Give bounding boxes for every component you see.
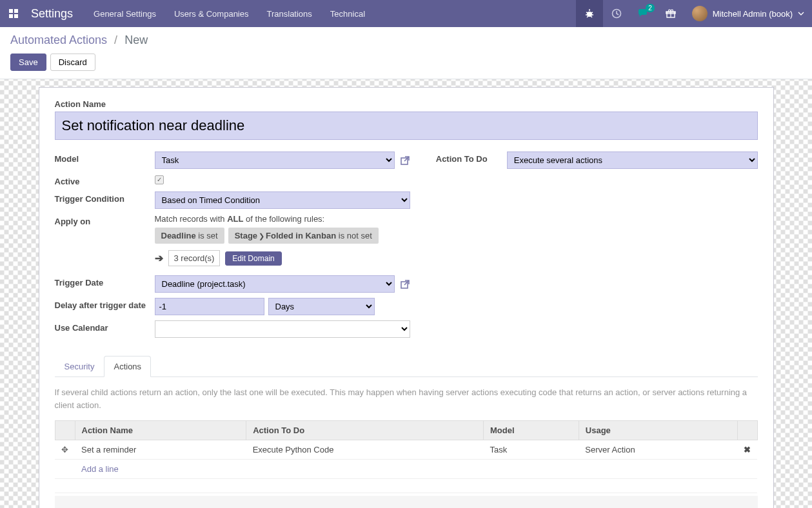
label-trigger-condition: Trigger Condition: [55, 191, 155, 209]
label-model: Model: [55, 151, 155, 169]
action-name-input[interactable]: [55, 112, 758, 140]
col-action-name[interactable]: Action Name: [75, 421, 246, 440]
domain-chip-deadline[interactable]: Deadline is set: [155, 228, 224, 244]
label-use-calendar: Use Calendar: [55, 320, 155, 338]
actions-hint: If several child actions return an actio…: [55, 386, 758, 411]
chevron-down-icon: [798, 12, 804, 15]
label-trigger-date: Trigger Date: [55, 275, 155, 293]
gift-button[interactable]: [657, 0, 684, 27]
svg-rect-2: [9, 14, 13, 18]
svg-rect-3: [14, 14, 18, 18]
messaging-badge: 2: [646, 4, 655, 12]
action-to-do-select[interactable]: Execute several actions: [507, 151, 758, 169]
col-model[interactable]: Model: [484, 421, 579, 440]
label-action-name: Action Name: [55, 99, 758, 109]
breadcrumb: Automated Actions / New: [10, 34, 802, 47]
label-delay-after: Delay after trigger date: [55, 298, 155, 315]
use-calendar-select[interactable]: [155, 320, 410, 338]
svg-rect-0: [9, 9, 13, 13]
breadcrumb-parent[interactable]: Automated Actions: [10, 34, 107, 46]
col-action-todo[interactable]: Action To Do: [246, 421, 484, 440]
save-button[interactable]: Save: [10, 54, 46, 71]
add-line-button[interactable]: Add a line: [55, 460, 757, 479]
domain-match-text: Match records with ALL of the following …: [155, 214, 410, 224]
external-link-icon: [400, 279, 410, 289]
delete-row-button[interactable]: ✖: [737, 440, 757, 460]
active-checkbox[interactable]: ✓: [155, 175, 164, 184]
label-action-to-do: Action To Do: [436, 151, 507, 169]
activities-button[interactable]: [603, 0, 630, 27]
delay-unit-select[interactable]: Days: [268, 298, 375, 315]
clock-icon: [611, 8, 622, 19]
discard-button[interactable]: Discard: [50, 54, 95, 71]
model-external-link[interactable]: [400, 155, 410, 166]
drag-handle-icon[interactable]: ✥: [55, 440, 75, 460]
breadcrumb-current: New: [124, 34, 148, 46]
nav-menu-general-settings[interactable]: General Settings: [84, 0, 165, 27]
trigger-date-select[interactable]: Deadline (project.task): [155, 275, 395, 293]
actions-table: Action Name Action To Do Model Usage ✥ S…: [55, 420, 758, 493]
user-menu[interactable]: Mitchell Admin (book): [684, 6, 812, 21]
table-row[interactable]: ✥ Set a reminder Execute Python Code Tas…: [55, 440, 757, 460]
col-usage[interactable]: Usage: [579, 421, 737, 440]
record-count[interactable]: 3 record(s): [168, 250, 221, 266]
app-title: Settings: [27, 7, 84, 21]
debug-button[interactable]: [576, 0, 603, 27]
apps-icon: [8, 8, 19, 19]
delay-value-input[interactable]: [155, 298, 264, 315]
arrow-right-icon: ➔: [155, 252, 163, 264]
trigger-condition-select[interactable]: Based on Timed Condition: [155, 191, 410, 209]
edit-domain-button[interactable]: Edit Domain: [225, 251, 281, 266]
gift-icon: [666, 8, 676, 19]
nav-menu-technical[interactable]: Technical: [321, 0, 374, 27]
nav-menu-users-companies[interactable]: Users & Companies: [165, 0, 258, 27]
tab-security[interactable]: Security: [55, 356, 104, 377]
apps-menu-button[interactable]: [0, 0, 27, 27]
svg-rect-1: [14, 9, 18, 13]
trigger-date-external-link[interactable]: [400, 279, 410, 289]
avatar: [692, 6, 708, 21]
nav-menu-translations[interactable]: Translations: [258, 0, 321, 27]
label-active: Active: [55, 174, 155, 186]
model-select[interactable]: Task: [155, 151, 395, 169]
messaging-button[interactable]: 2: [630, 0, 657, 27]
tab-actions[interactable]: Actions: [104, 356, 151, 377]
external-link-icon: [400, 155, 410, 166]
label-apply-on: Apply on: [55, 214, 155, 266]
bug-icon: [584, 8, 595, 19]
user-name: Mitchell Admin (book): [713, 9, 793, 19]
domain-chip-stage[interactable]: Stage❯Folded in Kanban is not set: [228, 228, 379, 244]
svg-point-4: [587, 12, 592, 17]
